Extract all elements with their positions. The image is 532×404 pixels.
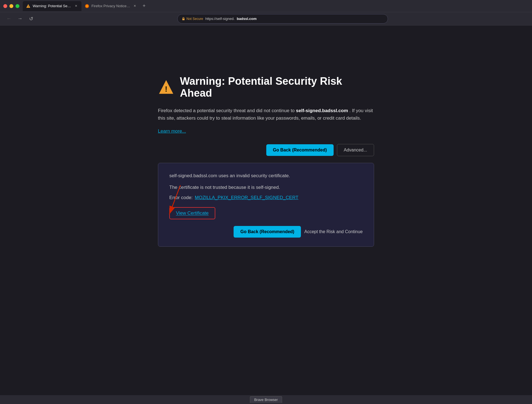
svg-rect-3 [182, 19, 185, 20]
reload-button[interactable]: ↺ [27, 14, 35, 23]
maximize-button[interactable] [16, 4, 19, 8]
forward-button[interactable]: → [16, 14, 24, 23]
firefox-tab-icon [85, 4, 89, 8]
error-code-label: Error code: [169, 195, 193, 200]
main-content: ! Warning: Potential Security Risk Ahead… [0, 25, 532, 395]
error-code-link[interactable]: MOZILLA_PKIX_ERROR_SELF_SIGNED_CERT [195, 195, 298, 200]
warning-tab-icon: ! [26, 4, 30, 8]
not-secure-badge: Not Secure [181, 17, 203, 21]
tab-warning[interactable]: ! Warning: Potential Security Ris... ✕ [23, 1, 81, 11]
warning-body: Firefox detected a potential security th… [158, 107, 374, 122]
tab-firefox-close[interactable]: ✕ [132, 4, 137, 8]
lock-icon [181, 17, 185, 21]
traffic-lights [3, 4, 19, 8]
warning-container: ! Warning: Potential Security Risk Ahead… [158, 75, 374, 156]
svg-text:!: ! [28, 5, 29, 8]
address-url: https://self-signed. [205, 17, 235, 21]
address-bar[interactable]: Not Secure https://self-signed.badssl.co… [177, 14, 388, 24]
go-back-button[interactable]: Go Back (Recommended) [266, 144, 334, 156]
tab-firefox-privacy[interactable]: Firefox Privacy Notice — Mozilla ✕ [81, 1, 140, 11]
not-secure-label: Not Secure [186, 17, 203, 21]
tab-warning-label: Warning: Potential Security Ris... [33, 4, 71, 8]
warning-body-text: Firefox detected a potential security th… [158, 108, 295, 113]
advanced-line1: self-signed.badssl.com uses an invalid s… [169, 172, 363, 179]
warning-header: ! Warning: Potential Security Risk Ahead [158, 75, 374, 99]
advanced-go-back-button[interactable]: Go Back (Recommended) [234, 226, 301, 238]
brave-browser-tooltip: Brave Browser [250, 396, 282, 403]
tab-warning-close[interactable]: ✕ [74, 4, 78, 8]
warning-site: self-signed.badssl.com [296, 108, 348, 113]
tab-bar: ! Warning: Potential Security Ris... ✕ F… [23, 0, 529, 12]
svg-point-2 [86, 5, 88, 7]
view-certificate-button[interactable]: View Certificate [169, 207, 215, 219]
advanced-panel: self-signed.badssl.com uses an invalid s… [158, 163, 374, 246]
learn-more-link[interactable]: Learn more... [158, 128, 186, 134]
new-tab-button[interactable]: + [140, 2, 148, 10]
minimize-button[interactable] [9, 4, 13, 8]
error-code-line: Error code: MOZILLA_PKIX_ERROR_SELF_SIGN… [169, 195, 363, 200]
advanced-line2: The certificate is not trusted because i… [169, 184, 363, 191]
back-button[interactable]: ← [4, 14, 13, 23]
title-bar: ! Warning: Potential Security Ris... ✕ F… [0, 0, 532, 12]
address-domain: badssl.com [237, 17, 257, 21]
advanced-button[interactable]: Advanced... [337, 144, 374, 156]
view-certificate-wrapper: View Certificate [169, 207, 215, 219]
tab-firefox-label: Firefox Privacy Notice — Mozilla [91, 4, 130, 8]
brave-browser-label: Brave Browser [254, 398, 278, 402]
advanced-actions: Go Back (Recommended) Accept the Risk an… [169, 226, 363, 238]
action-buttons: Go Back (Recommended) Advanced... [158, 144, 374, 156]
warning-title: Warning: Potential Security Risk Ahead [180, 75, 374, 99]
toolbar: ← → ↺ Not Secure https://self-signed.bad… [0, 12, 532, 25]
close-button[interactable] [3, 4, 7, 8]
status-bar: Brave Browser [0, 395, 532, 404]
svg-text:!: ! [165, 85, 167, 93]
warning-triangle-icon: ! [158, 79, 174, 96]
accept-risk-button[interactable]: Accept the Risk and Continue [304, 226, 363, 238]
